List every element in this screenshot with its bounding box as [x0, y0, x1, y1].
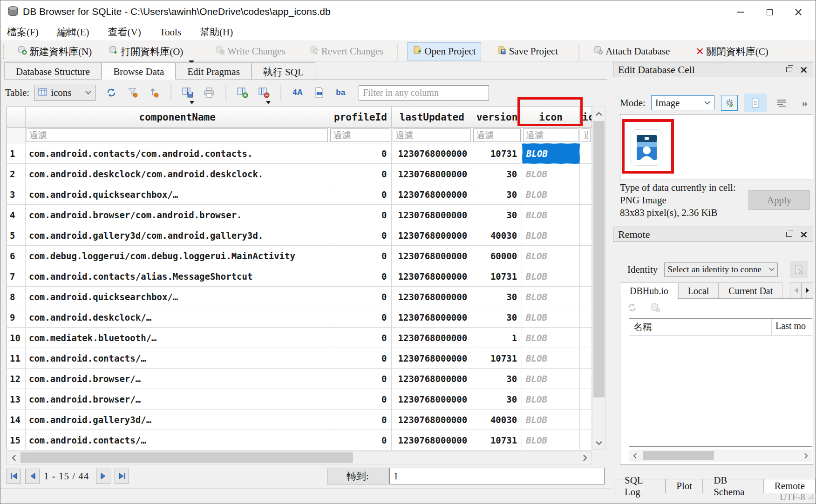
- cell-icon[interactable]: BLOB: [522, 348, 580, 369]
- cell-icon[interactable]: BLOB: [522, 328, 580, 348]
- encoding-button[interactable]: ba: [333, 85, 348, 100]
- remote-column-name[interactable]: 名稱: [629, 319, 772, 335]
- cell-componentName[interactable]: com.android.browser/com.android.browser.: [26, 205, 329, 225]
- close-panel-icon[interactable]: ×: [800, 229, 808, 240]
- close-panel-icon[interactable]: ×: [800, 65, 808, 75]
- save-project-button[interactable]: Save Project: [492, 42, 564, 60]
- remote-tab-current-dat[interactable]: Current Dat: [719, 282, 782, 299]
- cell-componentName[interactable]: com.debug.loggerui/com.debug.loggerui.Ma…: [26, 246, 329, 266]
- cell-lastUpdated[interactable]: 1230768000000: [392, 328, 472, 348]
- row-number[interactable]: 6: [7, 246, 26, 266]
- cell-clipped[interactable]: [580, 328, 592, 348]
- menu-item-1[interactable]: 編輯(E): [57, 26, 89, 39]
- cell-profileId[interactable]: 0: [329, 184, 392, 205]
- scroll-left-icon[interactable]: [629, 450, 641, 462]
- cell-lastUpdated[interactable]: 1230768000000: [392, 164, 472, 184]
- cell-clipped[interactable]: [580, 369, 592, 389]
- cell-lastUpdated[interactable]: 1230768000000: [392, 287, 472, 307]
- dock-tab-db-schema[interactable]: DB Schema: [703, 479, 764, 493]
- clone-database-icon[interactable]: [650, 302, 660, 315]
- row-number[interactable]: 12: [7, 369, 26, 389]
- goto-record-input[interactable]: [389, 468, 605, 484]
- identity-certificate-button[interactable]: [790, 261, 808, 278]
- grid-vertical-scroll-thumb[interactable]: [593, 121, 605, 397]
- apply-button[interactable]: Apply: [748, 190, 810, 210]
- cell-clipped[interactable]: [580, 184, 592, 205]
- cell-lastUpdated[interactable]: 1230768000000: [392, 369, 472, 389]
- identity-select[interactable]: Select an identity to conne: [664, 262, 778, 277]
- remote-refresh-icon[interactable]: [627, 302, 637, 315]
- grid-vertical-scrollbar[interactable]: [592, 107, 606, 450]
- more-tools-button[interactable]: »: [796, 95, 813, 111]
- dock-tab-remote[interactable]: Remote: [764, 479, 816, 493]
- dock-tab-sql-log[interactable]: SQL Log: [614, 479, 666, 493]
- tab-database-structure[interactable]: Database Structure: [4, 62, 102, 79]
- cell-profileId[interactable]: 0: [329, 410, 392, 430]
- cell-clipped[interactable]: [580, 389, 592, 410]
- cell-componentName[interactable]: com.android.contacts/alias.MessageShortc…: [26, 266, 329, 287]
- cell-icon[interactable]: BLOB: [522, 164, 580, 184]
- filter-input-profileId[interactable]: [330, 128, 390, 142]
- last-page-button[interactable]: [115, 469, 129, 484]
- cell-icon[interactable]: BLOB: [522, 184, 580, 205]
- menu-item-2[interactable]: 查看(V): [108, 26, 141, 39]
- corner-header-cell[interactable]: [7, 107, 26, 128]
- cell-icon[interactable]: BLOB: [522, 287, 580, 307]
- row-number[interactable]: 8: [7, 287, 26, 307]
- filter-input-version[interactable]: [473, 128, 521, 142]
- remote-column-last-modified[interactable]: Last mo: [772, 319, 806, 335]
- menu-item-3[interactable]: Tools: [160, 27, 181, 38]
- tab-scroll-left-button[interactable]: [790, 282, 802, 298]
- find-in-table-button[interactable]: [312, 85, 326, 100]
- cell-profileId[interactable]: 0: [329, 430, 392, 450]
- row-number[interactable]: 5: [7, 225, 26, 246]
- cell-lastUpdated[interactable]: 1230768000000: [392, 205, 472, 225]
- cell-lastUpdated[interactable]: 1230768000000: [392, 348, 472, 369]
- next-page-button[interactable]: [96, 469, 110, 484]
- cell-profileId[interactable]: 0: [329, 287, 392, 307]
- scroll-up-icon[interactable]: [592, 107, 605, 120]
- cell-clipped[interactable]: [580, 266, 592, 287]
- cell-clipped[interactable]: [580, 143, 592, 164]
- print-button[interactable]: [202, 85, 217, 100]
- cell-profileId[interactable]: 0: [329, 266, 392, 287]
- delete-record-dropdown-icon[interactable]: [266, 101, 271, 104]
- resize-columns-button[interactable]: 4A: [290, 85, 305, 100]
- resize-grip-icon[interactable]: [807, 493, 814, 502]
- cell-profileId[interactable]: 0: [329, 328, 392, 348]
- cell-profileId[interactable]: 0: [329, 205, 392, 225]
- cell-version[interactable]: 40030: [472, 410, 522, 430]
- previous-page-button[interactable]: [25, 469, 40, 484]
- close-database-button[interactable]: ✕ 關閉資料庫(C): [690, 42, 773, 61]
- cell-version[interactable]: 30: [472, 287, 522, 307]
- tab-edit-pragmas[interactable]: Edit Pragmas: [176, 62, 252, 79]
- cell-componentName[interactable]: com.android.contacts/…: [26, 430, 329, 450]
- cell-componentName[interactable]: com.android.quicksearchbox/…: [26, 184, 329, 205]
- cell-icon[interactable]: BLOB: [522, 410, 580, 430]
- cell-icon[interactable]: BLOB: [522, 246, 580, 266]
- save-results-button[interactable]: [180, 85, 195, 100]
- cell-lastUpdated[interactable]: 1230768000000: [392, 143, 472, 164]
- float-panel-icon[interactable]: [786, 67, 792, 72]
- cell-profileId[interactable]: 0: [329, 348, 392, 369]
- cell-lastUpdated[interactable]: 1230768000000: [392, 389, 472, 410]
- cell-componentName[interactable]: com.android.contacts/com.android.contact…: [26, 143, 329, 164]
- cell-icon[interactable]: BLOB: [522, 307, 580, 328]
- table-select[interactable]: icons: [34, 85, 95, 101]
- cell-version[interactable]: 30: [472, 164, 522, 184]
- clear-sort-button[interactable]: [147, 85, 162, 100]
- filter-input-clipped[interactable]: [581, 128, 591, 142]
- row-number[interactable]: 2: [7, 164, 26, 184]
- cell-clipped[interactable]: [580, 430, 592, 450]
- row-number[interactable]: 14: [7, 410, 26, 430]
- cell-profileId[interactable]: 0: [329, 389, 392, 410]
- cell-componentName[interactable]: com.android.gallery3d/com.android.galler…: [26, 225, 329, 246]
- cell-clipped[interactable]: [580, 246, 592, 266]
- toolbar-drag-handle[interactable]: [3, 44, 5, 59]
- cell-version[interactable]: 10731: [472, 430, 522, 450]
- cell-componentName[interactable]: com.android.deskclock/…: [26, 307, 329, 328]
- open-project-button[interactable]: Open Project: [407, 42, 481, 60]
- cell-componentName[interactable]: com.mediatek.bluetooth/…: [26, 328, 329, 348]
- cell-icon[interactable]: BLOB: [522, 389, 580, 410]
- cell-componentName[interactable]: com.android.quicksearchbox/…: [26, 287, 329, 307]
